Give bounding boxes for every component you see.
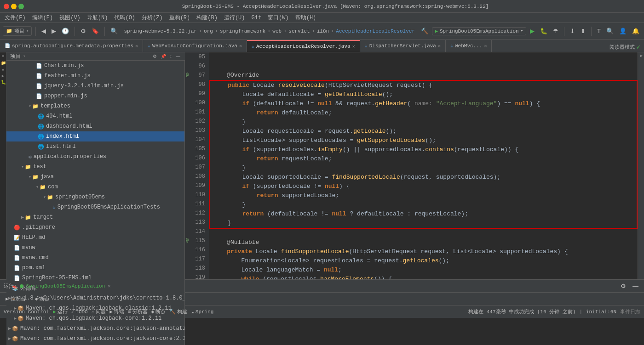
debug-icon-bar[interactable]: 🐛 (1, 80, 6, 85)
pom-file-icon: 📄 (14, 265, 20, 271)
tree-item-com[interactable]: ▾ 📁 com (6, 182, 184, 192)
minimize-button[interactable] (11, 4, 17, 9)
menu-view[interactable]: 视图(V) (57, 13, 83, 23)
run-config-selector[interactable]: ▶ SpringBoot05EmsApplication ▾ (432, 27, 526, 35)
tree-item-gitignore[interactable]: 🔴 .gitignore (6, 222, 184, 232)
tree-item-index[interactable]: 🌐 index.html (6, 131, 184, 141)
translate-button[interactable]: T (595, 27, 603, 35)
maximize-button[interactable] (18, 4, 24, 9)
project-selector[interactable]: 📁 项目 ▾ (3, 26, 32, 36)
tree-item-apptest[interactable]: ☕ SpringBoot05EmsApplicationTests (6, 202, 184, 212)
tab-close-autoconfigure[interactable]: ✕ (135, 43, 138, 49)
recent-files-button[interactable]: 🕐 (60, 27, 71, 35)
tree-item-popper[interactable]: 📄 popper.min.js (6, 91, 184, 101)
tab-close-acceptheader[interactable]: ✕ (352, 44, 355, 49)
run-status-item[interactable]: ▶ 运行 (53, 308, 68, 315)
run-minus-button[interactable]: — (631, 282, 640, 290)
tab-dispatcher[interactable]: ☕ DispatcherServlet.java ✕ (360, 40, 446, 52)
tree-item-dashboard[interactable]: 🌐 dashboard.html (6, 121, 184, 131)
todo-item[interactable]: ✓ TODO (71, 309, 88, 315)
tree-item-test[interactable]: ▾ 📁 test (6, 162, 184, 172)
search-everywhere-button[interactable]: 🔍 (604, 27, 615, 35)
tree-item-list[interactable]: 🌐 list.html (6, 141, 184, 152)
bottom-tab-breakpoints[interactable]: ◆ 断点 (33, 294, 52, 303)
spring-item[interactable]: ☁ Spring (191, 309, 213, 315)
feather-file-icon: 📄 (36, 73, 42, 79)
git-update-button[interactable]: ⬇ (568, 27, 577, 35)
tree-item-iml[interactable]: 📄 SpringBoot-05-EMS.iml (6, 273, 184, 283)
run-build-button[interactable]: 🔨 (419, 27, 430, 35)
mvnw-file-icon: 📄 (14, 245, 20, 251)
bottom-tab-console[interactable]: ▶ 控制台 (4, 294, 28, 303)
profiler-item[interactable]: ≡ 分析器 (128, 308, 148, 315)
menu-git[interactable]: Git (248, 14, 264, 22)
menu-run[interactable]: 运行(U) (221, 13, 248, 23)
version-control-item[interactable]: Version Control (4, 309, 49, 315)
terminal-item[interactable]: ▶ 终端 (109, 308, 124, 315)
menu-build[interactable]: 构建(B) (194, 13, 220, 23)
tree-item-chart[interactable]: 📄 Chart.min.js (6, 61, 184, 71)
tree-item-springboot[interactable]: ▾ 📁 springboot05ems (6, 192, 184, 202)
tab-close-webmvc[interactable]: ✕ (239, 43, 242, 49)
tree-item-mvnwcmd[interactable]: 📄 mvnw.cmd (6, 253, 184, 263)
menu-window[interactable]: 窗口(W) (265, 13, 292, 23)
run-button[interactable]: ▶ (528, 27, 536, 35)
tab-close-webmvc2[interactable]: ✕ (484, 43, 487, 49)
tree-item-java[interactable]: ▾ 📁 java (6, 172, 184, 182)
menu-navigate[interactable]: 导航(N) (84, 13, 111, 23)
tree-item-404[interactable]: 🌐 404.html (6, 111, 184, 121)
tree-item-jquery[interactable]: 📄 jquery-3.2.1.slim.min.js (6, 81, 184, 91)
linenum-104: 104 (185, 135, 209, 144)
menu-code[interactable]: 代码(O) (111, 13, 138, 23)
tree-item-jackson-core[interactable]: ▶ 📦 Maven: com.fasterxml.jackson.core:ja… (6, 334, 184, 344)
close-button[interactable] (4, 4, 9, 9)
tree-item-appprops[interactable]: ⚙ application.properties (6, 152, 184, 162)
tab-close-dispatcher[interactable]: ✕ (438, 43, 441, 49)
settings-button[interactable]: ⚙ (79, 27, 88, 35)
problems-item[interactable]: ⚠ 问题 (92, 308, 106, 315)
project-pin[interactable]: 📌 (160, 54, 167, 59)
run-tab-close[interactable]: ✕ (108, 283, 110, 289)
coverage-button[interactable]: ☂ (551, 27, 560, 35)
menu-analyze[interactable]: 分析(Z) (139, 13, 166, 23)
reader-mode-check[interactable]: ✓ (637, 43, 640, 51)
tab-acceptheader[interactable]: ☕ AcceptHeaderLocaleResolver.java ✕ (247, 40, 360, 52)
tree-item-pom[interactable]: 📄 pom.xml (6, 263, 184, 273)
debug-button[interactable]: 🐛 (538, 27, 549, 35)
breakpoints-status-item[interactable]: ◆ 断点 (151, 308, 166, 315)
popper-file-icon: 📄 (36, 93, 42, 99)
structure-icon[interactable]: ≡ (1, 54, 6, 59)
bookmark-button[interactable]: 🔖 (90, 27, 101, 35)
tree-item-jackson-ann[interactable]: ▶ 📦 Maven: com.fasterxml.jackson.core:ja… (6, 323, 184, 334)
tree-item-feather[interactable]: 📄 feather.min.js (6, 71, 184, 81)
tab-webmvc[interactable]: ☕ WebMvcAutoConfiguration.java ✕ (143, 40, 247, 52)
project-sort[interactable]: ↕ (169, 54, 173, 59)
spring-icon: ☁ (191, 309, 194, 315)
tab-autoconfigure[interactable]: 📄 spring-autoconfigure-metadata.properti… (0, 40, 143, 52)
git-push-button[interactable]: ⬆ (579, 27, 587, 35)
menu-edit[interactable]: 编辑(E) (29, 13, 56, 23)
project-collapse[interactable]: — (175, 54, 181, 59)
build-item[interactable]: 🔨 构建 (169, 308, 187, 315)
run-icon-bar[interactable]: ▶ (1, 74, 6, 78)
code-content[interactable]: @Override public Locale resolveLocale(Ht… (209, 52, 638, 279)
event-log[interactable]: 事件日志 (620, 308, 640, 315)
run-gear-button[interactable]: ⚙ (619, 282, 628, 290)
notifications-button[interactable]: 🔔 (630, 27, 641, 35)
project-gear[interactable]: ⚙ (152, 54, 158, 59)
search-button[interactable]: 🔍 (109, 27, 120, 35)
back-button[interactable]: ◀ (40, 27, 48, 35)
linenum-106: 106 (185, 153, 209, 163)
user-button[interactable]: 👤 (617, 27, 628, 35)
menu-help[interactable]: 帮助(H) (293, 13, 319, 23)
tree-item-target[interactable]: ▶ 📁 target (6, 212, 184, 222)
tab-webmvc2[interactable]: ☕ WebMvc... ✕ (446, 40, 492, 52)
menu-file[interactable]: 文件(F) (2, 13, 29, 23)
tree-item-mvnw[interactable]: 📄 mvnw (6, 243, 184, 253)
tree-item-templates[interactable]: ▾ 📁 templates (6, 101, 184, 111)
favorites-icon[interactable]: ★ (1, 67, 6, 72)
menu-refactor[interactable]: 重构(R) (167, 13, 193, 23)
project-icon-bar[interactable]: 📁 (1, 61, 6, 65)
tree-item-help[interactable]: 📝 HELP.md (6, 232, 184, 243)
forward-button[interactable]: ▶ (50, 27, 58, 35)
